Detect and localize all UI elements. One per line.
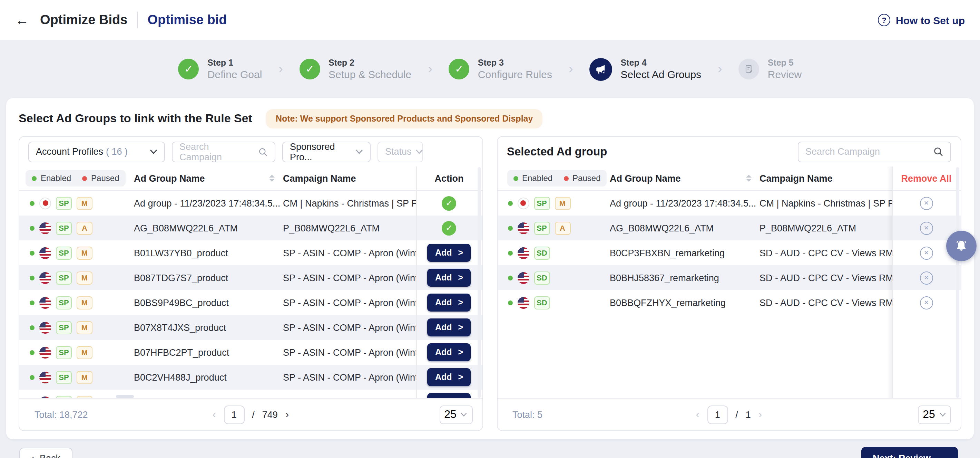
remove-circle-x-icon[interactable]: ✕ (920, 296, 933, 309)
vertical-scrollbar[interactable] (956, 167, 959, 398)
account-profiles-label: Account Profiles (36, 147, 103, 157)
chevron-right-icon: > (458, 298, 463, 307)
table-row: SPMAd group - 11/23/2023 17:48:34.5...CM… (19, 191, 482, 215)
enabled-dot-icon (508, 251, 512, 255)
enabled-dot-icon (30, 251, 35, 255)
step-label: Select Ad Groups (621, 69, 701, 80)
campaign-name-cell: SD - AUD - CPC CV - Views RM - Ap (759, 273, 892, 283)
search-icon (258, 147, 268, 156)
back-arrow-icon[interactable]: ← (15, 13, 29, 27)
enabled-label: Enabled (522, 173, 552, 183)
sp-badge: SP (534, 222, 550, 235)
sort-arrows-icon[interactable] (269, 175, 275, 182)
column-ad-group-name: Ad Group Name (610, 173, 681, 184)
action-column-divider (416, 166, 417, 399)
selected-ad-groups-panel: Selected Ad group Search Campaign Enable… (496, 136, 961, 431)
sponsored-product-dropdown[interactable]: Sponsored Pro... (282, 141, 371, 162)
main-card: Select Ad Groups to link with the Rule S… (6, 98, 974, 439)
sp-badge: SP (534, 196, 550, 210)
add-button[interactable]: Add> (428, 343, 471, 361)
chevron-down-icon (355, 149, 363, 154)
add-button[interactable]: Add> (428, 244, 471, 262)
add-button[interactable]: Add> (428, 318, 471, 337)
add-label: Add (435, 298, 452, 307)
row-status-cell: SPM (497, 196, 610, 210)
current-page-input[interactable]: 1 (224, 405, 244, 424)
a-badge: A (555, 222, 570, 235)
us-flag-icon (517, 272, 529, 284)
campaign-name-cell: SP - ASIN - COMP - Apron (Winter) (283, 322, 416, 333)
column-ad-group-name: Ad Group Name (134, 173, 205, 184)
total-count: Total: 5 (512, 409, 542, 420)
remove-column-divider (892, 166, 893, 399)
step-2-done: ✓Step 2Setup & Schedule (299, 58, 411, 80)
page-size-dropdown[interactable]: 25 (439, 405, 473, 424)
paused-label: Paused (573, 173, 600, 183)
remove-circle-x-icon[interactable]: ✕ (920, 222, 933, 235)
step-done-check-icon: ✓ (178, 59, 199, 80)
ad-group-name-cell: Ad group - 11/23/2023 17:48:34.5... (134, 198, 283, 208)
question-circle-icon: ? (878, 14, 890, 26)
us-flag-icon (39, 297, 51, 308)
page-size-dropdown[interactable]: 25 (918, 405, 951, 424)
table-row: SPMB07X8T4JXS_productSP - ASIN - COMP - … (19, 315, 482, 340)
action-cell: Add> (416, 269, 482, 287)
column-action: Action (416, 173, 482, 184)
step-separator-chevron-icon: › (569, 61, 573, 77)
remove-circle-x-icon[interactable]: ✕ (920, 196, 933, 210)
left-pagination: Total: 18,722 ‹ 1 / 749 › 25 (19, 398, 482, 430)
m-badge: M (76, 196, 92, 210)
prev-page-button[interactable]: ‹ (213, 409, 216, 420)
notification-bell-fab[interactable] (946, 231, 977, 261)
campaign-name-cell: SP - ASIN - COMP - Apron (Winter) (283, 247, 416, 258)
back-button[interactable]: ‹ Back (19, 448, 72, 458)
ad-group-name-cell: AG_B08MWQ22L6_ATM (610, 223, 759, 233)
remove-all-button[interactable]: Remove All (892, 173, 961, 184)
table-row: SPMB0C2VH488J_productSP - ASIN - COMP - … (19, 365, 482, 389)
table-row: SPMB0BS9P49BC_productSP - ASIN - COMP - … (19, 290, 482, 315)
review-document-icon (739, 59, 759, 80)
remove-circle-x-icon[interactable]: ✕ (920, 246, 933, 259)
how-to-setup-button[interactable]: ? How to Set up (878, 14, 965, 26)
add-button[interactable]: Add> (428, 269, 471, 287)
account-profiles-dropdown[interactable]: Account Profiles ( 16 ) (28, 141, 165, 162)
vertical-scrollbar[interactable] (477, 167, 481, 398)
m-badge: M (76, 296, 92, 309)
remove-circle-x-icon[interactable]: ✕ (920, 271, 933, 284)
ad-group-name-cell: B0BHJ58367_remarketing (610, 273, 759, 283)
campaign-name-cell: SP - ASIN - COMP - Apron (Winter) (283, 372, 416, 382)
next-review-button[interactable]: Next: Review → (862, 447, 958, 458)
campaign-name-cell: CM | Napkins - Christmas | SP PHRA (759, 198, 892, 208)
next-page-button[interactable]: › (759, 409, 762, 420)
title-divider (137, 12, 138, 28)
next-page-button[interactable]: › (285, 409, 289, 420)
ad-group-name-cell: B0BBQFZHYX_remarketing (610, 297, 759, 308)
paused-label: Paused (91, 173, 119, 183)
enabled-dot-icon (30, 350, 35, 355)
m-badge: M (76, 346, 92, 359)
action-cell: Add> (416, 244, 482, 262)
page-size-value: 25 (444, 408, 457, 421)
horizontal-scrollbar-thumb[interactable] (116, 395, 134, 398)
table-header: Enabled Paused Ad Group Name Campaign Na… (19, 166, 482, 191)
campaign-search-input[interactable]: Search Campaign (172, 141, 275, 162)
step-separator-chevron-icon: › (278, 61, 283, 77)
row-status-cell: SPM (19, 271, 134, 284)
chevron-down-icon (416, 149, 423, 154)
add-button[interactable]: Add> (428, 368, 471, 386)
rule-set-name: Optimise bid (147, 13, 227, 28)
selected-search-input[interactable]: Search Campaign (798, 141, 951, 162)
campaign-name-cell: P_B08MWQ22L6_ATM (759, 223, 892, 233)
step-3-done: ✓Step 3Configure Rules (449, 58, 552, 80)
add-label: Add (435, 322, 452, 332)
current-page-input[interactable]: 1 (707, 405, 728, 424)
sort-arrows-icon[interactable] (746, 175, 751, 182)
prev-page-button[interactable]: ‹ (696, 409, 700, 420)
m-badge: M (555, 196, 570, 210)
status-dropdown[interactable]: Status (377, 141, 423, 162)
sp-badge: SP (56, 271, 72, 284)
campaign-name-cell: P_B08MWQ22L6_ATM (283, 223, 416, 233)
us-flag-icon (39, 222, 51, 234)
add-button[interactable]: Add> (428, 294, 471, 311)
us-flag-icon (39, 247, 51, 259)
